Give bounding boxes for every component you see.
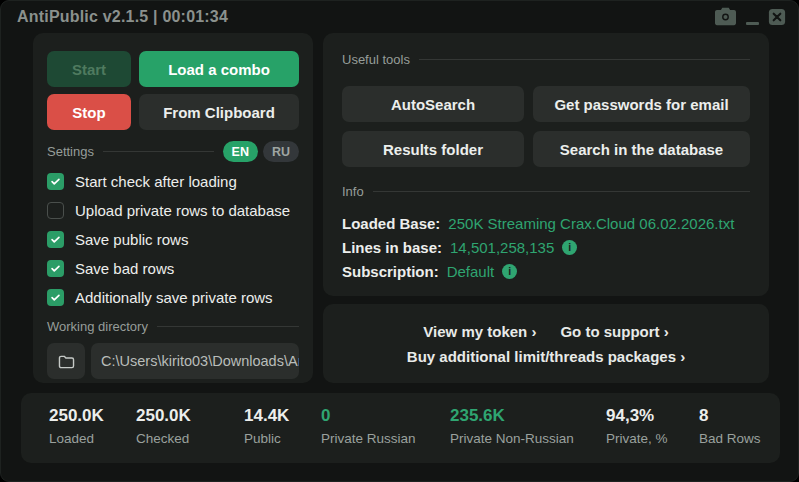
window-title: AntiPublic v2.1.5 | 00:01:34: [17, 8, 228, 26]
checkbox-checked-icon[interactable]: [47, 173, 64, 190]
stat-value: 235.6K: [450, 406, 606, 426]
stat-item: 0Private Russian: [321, 406, 450, 463]
tools-grid: AutoSearch Get passwords for email Resul…: [342, 86, 750, 167]
settings-checkbox-list: Start check after loadingUpload private …: [47, 167, 299, 312]
settings-label: Settings: [47, 144, 94, 159]
stat-value: 14.4K: [244, 406, 321, 426]
checkbox-row[interactable]: Upload private rows to database: [47, 196, 299, 225]
info-tooltip-icon[interactable]: i: [502, 264, 517, 279]
info-row-label: Subscription:: [342, 263, 439, 280]
go-to-support-link[interactable]: Go to support ›: [560, 323, 668, 340]
control-panel: Start Load a combo Stop From Clipboard S…: [33, 33, 313, 383]
working-directory-row: C:\Users\kirito03\Downloads\An...: [47, 343, 299, 379]
stat-item: 250.0KLoaded: [49, 406, 136, 463]
info-row-value: 250K Streaming Crax.Cloud 06.02.2026.txt: [448, 215, 734, 232]
checkbox-checked-icon[interactable]: [47, 289, 64, 306]
checkbox-label: Start check after loading: [75, 173, 237, 190]
stat-label: Private Non-Russian: [450, 431, 606, 446]
load-combo-button[interactable]: Load a combo: [139, 51, 299, 87]
stat-value: 250.0K: [136, 406, 244, 426]
divider-line: [419, 59, 750, 60]
checkbox-row[interactable]: Save bad rows: [47, 254, 299, 283]
results-folder-button[interactable]: Results folder: [342, 131, 524, 167]
close-button[interactable]: [768, 6, 786, 26]
checkbox-checked-icon[interactable]: [47, 260, 64, 277]
view-my-token-link[interactable]: View my token ›: [423, 323, 536, 340]
stat-value: 94,3%: [606, 406, 699, 426]
language-toggle-ru[interactable]: RU: [263, 141, 299, 162]
info-row-value: 14,501,258,135: [450, 239, 554, 256]
divider-line: [373, 191, 750, 192]
stat-item: 94,3%Private, %: [606, 406, 699, 463]
info-label: Info: [342, 184, 364, 199]
working-directory-path-field[interactable]: C:\Users\kirito03\Downloads\An...: [91, 343, 299, 379]
stat-label: Loaded: [49, 431, 136, 446]
stats-bar: 250.0KLoaded250.0KChecked14.4KPublic0Pri…: [21, 393, 780, 463]
settings-section-header: Settings EN RU: [47, 141, 299, 162]
search-database-button[interactable]: Search in the database: [533, 131, 750, 167]
stat-label: Bad Rows: [699, 431, 779, 446]
checkbox-row[interactable]: Additionally save private rows: [47, 283, 299, 312]
titlebar-controls: [714, 6, 786, 30]
stat-item: 250.0KChecked: [136, 406, 244, 463]
from-clipboard-button[interactable]: From Clipboard: [139, 94, 299, 130]
checkbox-row[interactable]: Start check after loading: [47, 167, 299, 196]
info-section-header: Info: [342, 181, 750, 202]
tools-info-panel: Useful tools AutoSearch Get passwords fo…: [323, 33, 769, 296]
useful-tools-header: Useful tools: [342, 49, 750, 70]
working-directory-header: Working directory: [47, 316, 299, 337]
divider-line: [157, 326, 299, 327]
browse-folder-button[interactable]: [47, 343, 85, 379]
info-row-label: Loaded Base:: [342, 215, 440, 232]
start-button[interactable]: Start: [47, 51, 131, 87]
stat-label: Checked: [136, 431, 244, 446]
checkbox-label: Save public rows: [75, 231, 188, 248]
info-tooltip-icon[interactable]: i: [562, 240, 577, 255]
working-directory-label: Working directory: [47, 319, 148, 334]
checkbox-label: Additionally save private rows: [75, 289, 273, 306]
info-row: Lines in base:14,501,258,135i: [342, 235, 750, 259]
info-row: Loaded Base:250K Streaming Crax.Cloud 06…: [342, 211, 750, 235]
checkbox-checked-icon[interactable]: [47, 231, 64, 248]
info-rows: Loaded Base:250K Streaming Crax.Cloud 06…: [342, 211, 750, 283]
stat-label: Public: [244, 431, 321, 446]
autosearch-button[interactable]: AutoSearch: [342, 86, 524, 122]
app-window: AntiPublic v2.1.5 | 00:01:34 Start Load …: [0, 0, 799, 482]
stat-value: 0: [321, 406, 450, 426]
stat-item: 235.6KPrivate Non-Russian: [450, 406, 606, 463]
stop-button[interactable]: Stop: [47, 94, 131, 130]
checkbox-label: Save bad rows: [75, 260, 174, 277]
language-toggle-en[interactable]: EN: [223, 141, 258, 162]
divider-line: [103, 151, 214, 152]
useful-tools-label: Useful tools: [342, 52, 410, 67]
info-row-value: Default: [447, 263, 495, 280]
buy-packages-link[interactable]: Buy additional limit/threads packages ›: [407, 348, 685, 365]
screenshot-camera-icon[interactable]: [714, 6, 737, 26]
get-passwords-button[interactable]: Get passwords for email: [533, 86, 750, 122]
checkbox-label: Upload private rows to database: [75, 202, 290, 219]
minimize-button[interactable]: [746, 6, 759, 25]
stat-item: 14.4KPublic: [244, 406, 321, 463]
stat-item: 8Bad Rows: [699, 406, 779, 463]
folder-icon: [58, 354, 75, 369]
checkbox-row[interactable]: Save public rows: [47, 225, 299, 254]
info-row: Subscription:Defaulti: [342, 259, 750, 283]
stat-value: 8: [699, 406, 779, 426]
stat-label: Private, %: [606, 431, 699, 446]
info-row-label: Lines in base:: [342, 239, 442, 256]
links-panel: View my token › Go to support › Buy addi…: [323, 304, 769, 383]
stat-label: Private Russian: [321, 431, 450, 446]
stat-value: 250.0K: [49, 406, 136, 426]
checkbox-unchecked-icon[interactable]: [47, 202, 64, 219]
